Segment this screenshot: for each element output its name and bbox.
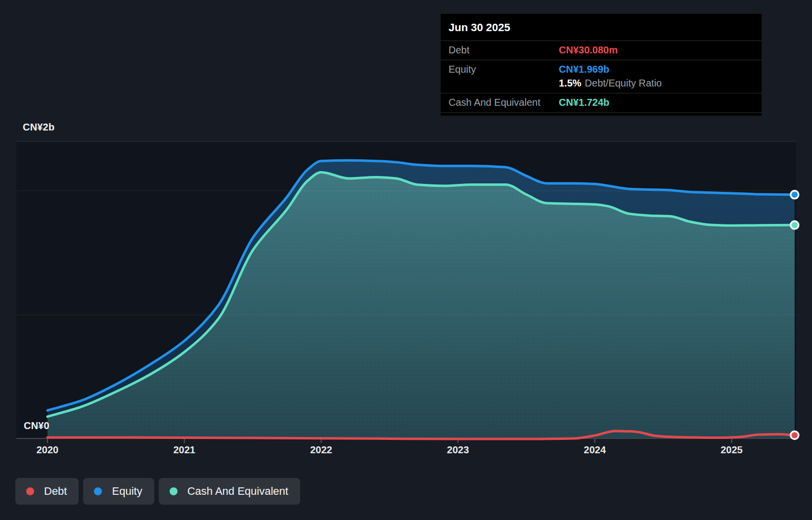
x-axis-label: 2023 — [447, 444, 469, 456]
tooltip-ratio-value: 1.5% — [559, 78, 582, 88]
legend-item-equity[interactable]: Equity — [83, 478, 154, 505]
chart-tooltip: Jun 30 2025 Debt CN¥30.080m Equity CN¥1.… — [441, 14, 762, 116]
x-axis-label: 2021 — [173, 444, 195, 456]
legend-item-label: Cash And Equivalent — [187, 485, 288, 498]
cash-legend-dot-icon — [170, 487, 178, 495]
x-axis-label: 2022 — [310, 444, 332, 456]
y-axis-max-label: CN¥2b — [23, 122, 54, 133]
equity-legend-dot-icon — [94, 487, 102, 495]
x-axis-label: 2020 — [37, 444, 59, 456]
x-axis-label: 2024 — [584, 444, 606, 456]
debt-legend-dot-icon — [26, 487, 34, 495]
legend-item-debt[interactable]: Debt — [15, 478, 79, 505]
tooltip-debt-label: Debt — [449, 44, 559, 56]
equity-endpoint-dot — [791, 191, 799, 199]
tooltip-cash-value: CN¥1.724b — [559, 97, 609, 108]
tooltip-equity-value: CN¥1.969b — [559, 64, 609, 75]
tooltip-cash-label: Cash And Equivalent — [449, 97, 559, 108]
debt-endpoint-dot — [791, 431, 799, 439]
tooltip-equity-label: Equity — [449, 64, 559, 75]
tooltip-debt-value: CN¥30.080m — [559, 44, 618, 56]
x-axis-label: 2025 — [721, 444, 743, 456]
tooltip-equity-row: Equity CN¥1.969b 1.5%Debt/Equity Ratio — [441, 60, 762, 93]
y-axis-zero-label: CN¥0 — [24, 420, 49, 432]
tooltip-date: Jun 30 2025 — [441, 14, 762, 41]
chart-legend: DebtEquityCash And Equivalent — [15, 478, 300, 505]
legend-item-cash[interactable]: Cash And Equivalent — [159, 478, 300, 505]
legend-item-label: Debt — [44, 485, 67, 498]
tooltip-ratio-label: Debt/Equity Ratio — [585, 78, 662, 88]
tooltip-debt-row: Debt CN¥30.080m — [441, 41, 762, 60]
cash-endpoint-dot — [791, 221, 799, 229]
legend-item-label: Equity — [112, 485, 142, 498]
tooltip-cash-row: Cash And Equivalent CN¥1.724b — [441, 93, 762, 113]
